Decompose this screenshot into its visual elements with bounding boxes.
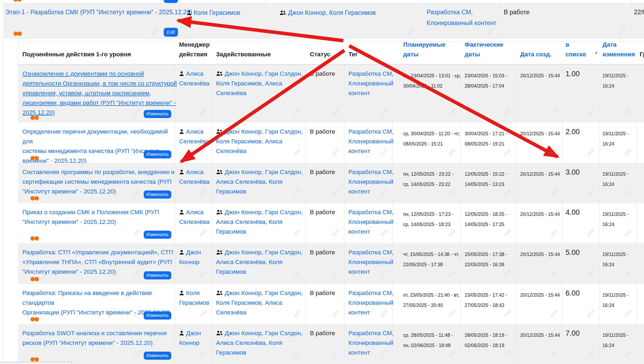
edit-button[interactable]: Изменить bbox=[144, 311, 171, 320]
pencil-icon[interactable] bbox=[133, 148, 141, 157]
pencil-icon[interactable] bbox=[199, 350, 207, 358]
pencil-icon[interactable] bbox=[503, 189, 512, 197]
pencil-icon[interactable] bbox=[199, 269, 207, 278]
pencil-icon[interactable] bbox=[448, 310, 456, 318]
pencil-icon[interactable] bbox=[199, 310, 207, 318]
pencil-icon[interactable] bbox=[550, 269, 558, 278]
pencil-icon[interactable] bbox=[624, 148, 632, 157]
edit-button[interactable]: Изменить bbox=[144, 110, 171, 118]
pencil-icon[interactable] bbox=[133, 269, 141, 278]
column-header-label[interactable]: Фактические даты bbox=[465, 41, 503, 59]
involved-links[interactable]: Джон Коннор, Гэри Сэлдон, Алиса Селезнёв… bbox=[216, 169, 303, 195]
pencil-icon[interactable] bbox=[624, 229, 632, 237]
pencil-icon[interactable] bbox=[199, 189, 207, 197]
pencil-icon[interactable] bbox=[380, 350, 388, 358]
pencil-icon[interactable] bbox=[624, 310, 632, 318]
pencil-icon[interactable] bbox=[293, 229, 301, 237]
pencil-icon[interactable] bbox=[503, 229, 512, 237]
pencil-icon[interactable] bbox=[587, 189, 595, 197]
stage-manager-link[interactable]: Коля Герасимов bbox=[194, 9, 240, 16]
pencil-icon[interactable] bbox=[503, 269, 512, 278]
edit-button[interactable]: Изменить bbox=[144, 271, 171, 279]
pencil-icon[interactable] bbox=[332, 269, 340, 278]
edit-button-fragment[interactable] bbox=[164, 0, 178, 3]
involved-links[interactable]: Джон Коннор, Гэри Сэлдон, Коля Герасимов… bbox=[216, 70, 303, 96]
pencil-icon[interactable] bbox=[380, 310, 388, 318]
pencil-icon[interactable] bbox=[550, 350, 558, 358]
pencil-icon[interactable] bbox=[332, 189, 340, 197]
edit-button[interactable]: Изменить bbox=[144, 190, 171, 199]
pencil-icon[interactable] bbox=[199, 108, 207, 116]
action-title-link[interactable]: Разработка SWOT-анализа и составлении пе… bbox=[22, 330, 167, 346]
pencil-icon[interactable] bbox=[624, 189, 632, 197]
pencil-icon[interactable] bbox=[503, 350, 512, 358]
column-header-label[interactable]: Дата изменения bbox=[602, 41, 635, 59]
pencil-icon[interactable] bbox=[151, 28, 159, 36]
pencil-icon[interactable] bbox=[332, 350, 340, 358]
pencil-icon[interactable] bbox=[624, 350, 632, 358]
pencil-icon[interactable] bbox=[550, 108, 558, 116]
involved-links[interactable]: Джон Коннор, Гэри Сэлдон, Алиса Селезнёв… bbox=[216, 330, 303, 356]
column-header-8[interactable]: Дата созд. bbox=[516, 41, 562, 64]
pencil-icon[interactable] bbox=[448, 350, 456, 358]
column-header-6[interactable]: Планируемые даты bbox=[392, 41, 460, 64]
pencil-icon[interactable] bbox=[199, 229, 207, 237]
pencil-icon[interactable] bbox=[550, 229, 558, 237]
pencil-icon[interactable] bbox=[618, 28, 626, 36]
pencil-icon[interactable] bbox=[448, 189, 456, 197]
action-title-link[interactable]: Ознакомление с документами по основной д… bbox=[22, 70, 177, 116]
action-title-link[interactable]: Приказ о создании СМК и Положения СМК (Р… bbox=[22, 209, 159, 225]
stage-title-link[interactable]: Этап-1 - Разработка СМК (РУП "Институт в… bbox=[5, 7, 192, 18]
pencil-icon[interactable] bbox=[133, 108, 141, 116]
column-header-9[interactable]: Позиция в списке▲ bbox=[562, 41, 599, 64]
pencil-icon[interactable] bbox=[448, 108, 456, 116]
pencil-icon[interactable] bbox=[448, 148, 456, 157]
pencil-icon[interactable] bbox=[380, 108, 388, 116]
pencil-icon[interactable] bbox=[293, 269, 301, 278]
stage-edit-button[interactable]: Edit bbox=[164, 28, 178, 37]
pencil-icon[interactable] bbox=[332, 108, 340, 116]
pencil-icon[interactable] bbox=[133, 189, 141, 197]
pencil-icon[interactable] bbox=[448, 229, 456, 237]
edit-button[interactable]: Изменить bbox=[144, 150, 171, 158]
column-header-label[interactable]: Планируемые даты bbox=[403, 41, 446, 59]
pencil-icon[interactable] bbox=[503, 108, 512, 116]
pencil-icon[interactable] bbox=[587, 350, 595, 358]
pencil-icon[interactable] bbox=[587, 310, 595, 318]
pencil-icon[interactable] bbox=[380, 148, 388, 157]
stage-involved-link[interactable]: Джон Коннор, Коля Герасимов bbox=[288, 9, 376, 16]
involved-links[interactable]: Джон Коннор, Гэри Сэлдон, Алиса Селезнёв… bbox=[216, 249, 303, 275]
column-header-label[interactable]: Дата созд. bbox=[520, 50, 551, 59]
pencil-icon[interactable] bbox=[587, 108, 595, 116]
pencil-icon[interactable] bbox=[293, 148, 301, 157]
pencil-icon[interactable] bbox=[587, 269, 595, 278]
pencil-icon[interactable] bbox=[587, 229, 595, 237]
pencil-icon[interactable] bbox=[486, 28, 494, 36]
involved-links[interactable]: Джон Коннор, Гэри Сэлдон, Коля Герасимов… bbox=[216, 290, 303, 316]
pencil-icon[interactable] bbox=[293, 350, 301, 358]
pencil-icon[interactable] bbox=[550, 189, 558, 197]
involved-links[interactable]: Джон Коннор, Гэри Сэлдон, Алиса Селезнёв… bbox=[216, 209, 303, 235]
column-header-10[interactable]: Дата изменения bbox=[599, 41, 636, 64]
pencil-icon[interactable] bbox=[199, 148, 207, 157]
pencil-icon[interactable] bbox=[133, 310, 141, 318]
pencil-icon[interactable] bbox=[133, 350, 141, 358]
pencil-icon[interactable] bbox=[550, 148, 558, 157]
pencil-icon[interactable] bbox=[503, 310, 512, 318]
pencil-icon[interactable] bbox=[587, 148, 595, 157]
pencil-icon[interactable] bbox=[550, 310, 558, 318]
pencil-icon[interactable] bbox=[407, 28, 415, 36]
column-header-label[interactable]: Позиция в списке bbox=[566, 41, 593, 59]
pencil-icon[interactable] bbox=[293, 189, 301, 197]
pencil-icon[interactable] bbox=[133, 229, 141, 237]
pencil-icon[interactable] bbox=[380, 269, 388, 278]
pencil-icon[interactable] bbox=[293, 310, 301, 318]
column-header-7[interactable]: Фактические даты bbox=[460, 41, 516, 64]
edit-button[interactable]: Изменить bbox=[144, 231, 171, 239]
pencil-icon[interactable] bbox=[380, 229, 388, 237]
pencil-icon[interactable] bbox=[293, 108, 301, 116]
pencil-icon[interactable] bbox=[448, 269, 456, 278]
stage-tag-link[interactable]: Разработка СМ, Клонированный контент bbox=[427, 7, 496, 28]
involved-links[interactable]: Джон Коннор, Гэри Сэлдон, Коля Герасимов… bbox=[216, 128, 303, 154]
pencil-icon[interactable] bbox=[332, 310, 340, 318]
